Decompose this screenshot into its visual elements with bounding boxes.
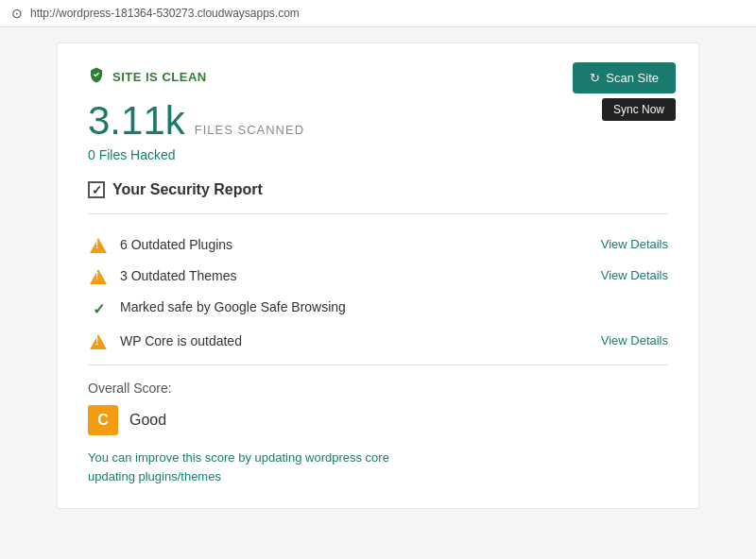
- view-details-plugins-link[interactable]: View Details: [601, 237, 668, 251]
- report-item: WP Core is outdated View Details: [88, 326, 668, 357]
- security-report-title: Your Security Report: [112, 181, 263, 198]
- files-count: 3.11k: [88, 98, 185, 144]
- files-label: FILES SCANNED: [195, 123, 304, 137]
- browser-favicon: ⊙: [11, 6, 23, 21]
- report-item-text: 3 Outdated Themes: [120, 268, 590, 283]
- score-grade-badge: C: [88, 405, 118, 435]
- browser-url: http://wordpress-181364-530273.cloudways…: [30, 7, 300, 20]
- overall-score-section: Overall Score: C Good You can improve th…: [88, 381, 668, 485]
- refresh-icon: ↻: [590, 71, 600, 85]
- bottom-divider: [88, 364, 668, 365]
- warning-icon: [88, 238, 109, 253]
- view-details-themes-link[interactable]: View Details: [601, 268, 668, 282]
- improve-text: You can improve this score by updating w…: [88, 449, 409, 485]
- report-items-list: 6 Outdated Plugins View Details 3 Outdat…: [88, 229, 668, 357]
- report-item: 6 Outdated Plugins View Details: [88, 229, 668, 261]
- checkbox-icon: [88, 181, 105, 198]
- shield-check-icon: [88, 66, 105, 87]
- overall-score-label: Overall Score:: [88, 381, 668, 396]
- warning-icon: [88, 334, 109, 349]
- security-report-header: Your Security Report: [88, 181, 668, 198]
- report-item: 3 Outdated Themes View Details: [88, 261, 668, 292]
- score-word: Good: [129, 412, 166, 429]
- score-row: C Good: [88, 405, 668, 435]
- check-icon: ✓: [88, 300, 109, 318]
- top-divider: [88, 213, 668, 214]
- warning-icon: [88, 269, 109, 284]
- sync-tooltip: Sync Now: [602, 98, 676, 121]
- browser-bar: ⊙ http://wordpress-181364-530273.cloudwa…: [0, 0, 756, 27]
- scan-button-label: Scan Site: [606, 71, 659, 85]
- report-item-text: WP Core is outdated: [120, 333, 590, 348]
- view-details-wpcore-link[interactable]: View Details: [601, 333, 668, 347]
- files-hacked: 0 Files Hacked: [88, 147, 668, 162]
- files-scanned-row: 3.11k FILES SCANNED: [88, 98, 668, 144]
- report-item-text: 6 Outdated Plugins: [120, 237, 590, 252]
- main-panel: SITE IS CLEAN ↻ Scan Site Sync Now 3.11k…: [57, 42, 699, 509]
- site-clean-text: SITE IS CLEAN: [112, 70, 207, 84]
- report-item-text: Marked safe by Google Safe Browsing: [120, 299, 590, 314]
- report-item: ✓ Marked safe by Google Safe Browsing Vi…: [88, 292, 668, 326]
- scan-site-button[interactable]: ↻ Scan Site: [573, 62, 676, 93]
